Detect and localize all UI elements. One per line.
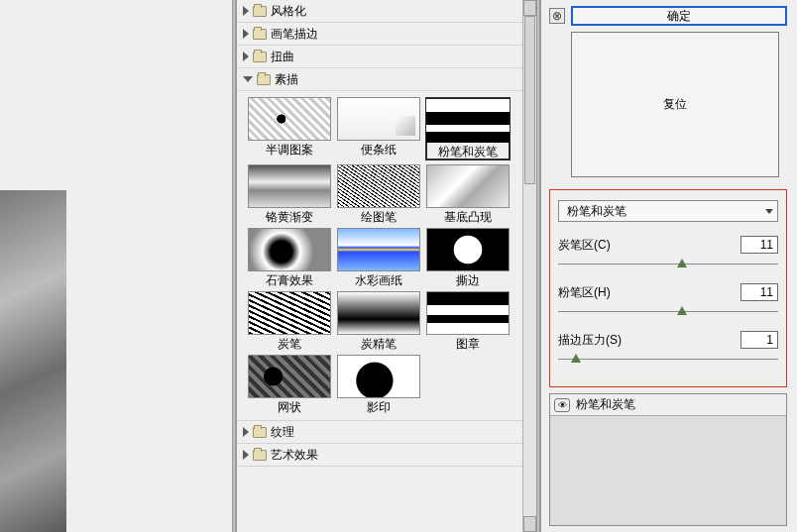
filter-thumb-image [248, 228, 331, 271]
filter-thumb-label: 石膏效果 [266, 273, 313, 287]
filter-thumb-image [337, 355, 420, 398]
category-label: 纹理 [271, 424, 294, 441]
category-texture[interactable]: 纹理 [237, 421, 522, 444]
category-label: 素描 [275, 71, 298, 88]
chevron-right-icon [243, 52, 249, 61]
param-label: 粉笔区(H) [558, 284, 611, 301]
charcoal-area-input[interactable] [740, 236, 778, 254]
param-label: 描边压力(S) [558, 332, 622, 349]
filter-thumb-conte[interactable]: 炭精笔 [336, 291, 421, 351]
preview-pane [0, 0, 232, 532]
filter-thumbnail-grid: 半调图案便条纸粉笔和炭笔铬黄渐变绘图笔基底凸现石膏效果水彩画纸撕边炭笔炭精笔图章… [237, 91, 522, 421]
folder-icon [257, 74, 271, 85]
chalk-area-slider[interactable] [558, 307, 778, 317]
filter-thumb-image [337, 97, 420, 141]
filter-thumb-charcoal[interactable]: 炭笔 [247, 291, 332, 351]
category-artistic[interactable]: 艺术效果 [237, 444, 522, 467]
effect-layer-label: 粉笔和炭笔 [576, 396, 635, 413]
folder-icon [253, 427, 267, 438]
filter-thumb-image [248, 164, 331, 208]
stroke-pressure-input[interactable] [740, 331, 778, 349]
effect-layers-panel: 👁 粉笔和炭笔 [549, 393, 787, 526]
folder-icon [253, 29, 267, 40]
param-label: 炭笔区(C) [558, 237, 611, 254]
param-chalk-area: 粉笔区(H) [558, 283, 778, 317]
slider-track [558, 264, 778, 265]
filter-thumb-label: 基底凸现 [444, 210, 492, 224]
scrollbar[interactable] [522, 0, 536, 532]
ok-label: 确定 [667, 8, 691, 25]
reset-button[interactable]: 复位 [571, 32, 779, 177]
charcoal-area-slider[interactable] [558, 260, 778, 269]
filter-thumb-label: 铬黄渐变 [266, 210, 313, 224]
param-charcoal-area: 炭笔区(C) [558, 236, 778, 269]
filter-thumb-image [337, 291, 420, 335]
filter-thumb-image [426, 164, 510, 208]
stroke-pressure-slider[interactable] [558, 355, 778, 365]
category-stylize[interactable]: 风格化 [237, 0, 522, 23]
visibility-icon[interactable]: 👁 [554, 398, 570, 412]
category-label: 扭曲 [271, 49, 294, 65]
collapse-icon: ⊗ [552, 9, 562, 23]
filter-thumb-image [248, 97, 331, 141]
filter-thumb-label: 网状 [278, 400, 301, 414]
filter-gallery-window: 风格化 画笔描边 扭曲 素描 半调图案便条纸粉笔和炭笔铬黄渐变绘图笔基底凸现石膏… [0, 0, 797, 532]
category-label: 艺术效果 [271, 447, 318, 464]
filter-thumb-graphic_pen[interactable]: 绘图笔 [336, 164, 421, 224]
filter-thumb-image [337, 164, 420, 208]
slider-thumb[interactable] [677, 306, 687, 315]
filter-thumb-halftone[interactable]: 半调图案 [247, 97, 332, 160]
chevron-down-icon [243, 76, 253, 82]
chevron-down-icon [765, 209, 773, 214]
category-label: 风格化 [271, 3, 306, 20]
filter-select[interactable]: 粉笔和炭笔 [558, 200, 778, 222]
filter-thumb-label: 便条纸 [361, 143, 397, 157]
scrollbar-thumb[interactable] [524, 16, 535, 184]
filter-thumb-image [426, 291, 510, 335]
filter-thumb-image [426, 228, 510, 271]
category-label: 画笔描边 [271, 26, 318, 43]
filter-thumb-water_paper[interactable]: 水彩画纸 [336, 228, 421, 287]
slider-thumb[interactable] [677, 259, 687, 267]
param-stroke-pressure: 描边压力(S) [558, 331, 778, 365]
filter-thumb-chrome[interactable]: 铬黄渐变 [247, 164, 332, 224]
filter-thumb-bas_relief[interactable]: 基底凸现 [425, 164, 511, 224]
slider-thumb[interactable] [571, 354, 581, 363]
filter-tree-pane: 风格化 画笔描边 扭曲 素描 半调图案便条纸粉笔和炭笔铬黄渐变绘图笔基底凸现石膏… [236, 0, 536, 532]
chevron-right-icon [243, 29, 249, 39]
chevron-right-icon [243, 6, 249, 16]
filter-thumb-plaster[interactable]: 石膏效果 [247, 228, 332, 287]
folder-icon [253, 6, 267, 17]
folder-icon [253, 450, 267, 461]
filter-thumb-label: 绘图笔 [361, 210, 397, 224]
controls-pane: ⊗ 确定 复位 粉笔和炭笔 炭笔区(C) [540, 0, 797, 532]
filter-thumb-label: 图章 [456, 337, 480, 351]
filter-thumb-photocopy[interactable]: 影印 [336, 355, 421, 414]
category-distort[interactable]: 扭曲 [237, 46, 522, 68]
ok-button[interactable]: 确定 [571, 6, 787, 26]
filter-thumb-torn_edges[interactable]: 撕边 [425, 228, 511, 287]
filter-thumb-label: 炭精笔 [361, 337, 397, 351]
slider-track [558, 359, 778, 360]
reset-label: 复位 [663, 96, 687, 113]
preview-image[interactable] [0, 190, 66, 532]
filter-thumb-stamp[interactable]: 图章 [425, 291, 511, 351]
highlight-box: 粉笔和炭笔 炭笔区(C) 粉笔区(H) [549, 189, 787, 387]
collapse-button[interactable]: ⊗ [549, 8, 565, 24]
folder-icon [253, 52, 267, 62]
slider-track [558, 311, 778, 312]
filter-thumb-label: 撕边 [456, 273, 480, 287]
chalk-area-input[interactable] [740, 283, 778, 301]
filter-thumb-label: 影印 [367, 400, 391, 414]
filter-thumb-label: 半调图案 [266, 143, 313, 157]
filter-thumb-image [248, 291, 331, 335]
filter-thumb-image [426, 99, 510, 143]
category-sketch[interactable]: 素描 [237, 68, 522, 91]
filter-thumb-notepaper[interactable]: 便条纸 [336, 97, 421, 160]
filter-thumb-chalk_charcoal[interactable]: 粉笔和炭笔 [425, 97, 511, 160]
filter-thumb-image [337, 228, 420, 271]
effect-layer-row[interactable]: 👁 粉笔和炭笔 [550, 394, 786, 416]
chevron-right-icon [243, 450, 249, 460]
category-brush-strokes[interactable]: 画笔描边 [237, 23, 522, 46]
filter-thumb-reticulation[interactable]: 网状 [247, 355, 332, 414]
